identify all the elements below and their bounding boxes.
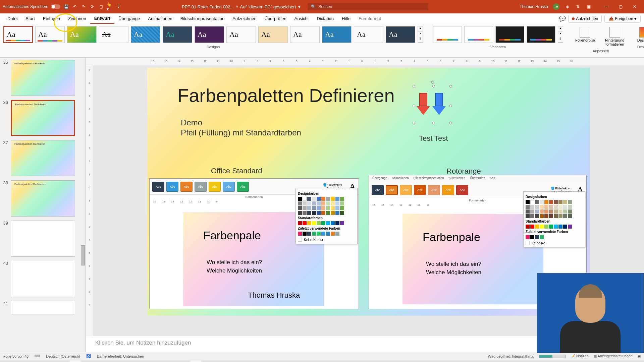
- record-button[interactable]: Aufzeichnen: [568, 15, 602, 23]
- vertical-ruler[interactable]: 9876543210123456789: [86, 65, 93, 336]
- embed-left[interactable]: Abc Abc Abc Abc Abc Abc Abc 🪣 Fülleffekt…: [149, 178, 359, 309]
- sel-handle-tr[interactable]: [449, 85, 452, 87]
- variant-3[interactable]: [495, 26, 524, 43]
- tab-praesentation[interactable]: Bildschirmpräsentation: [176, 14, 229, 23]
- tab-zeichnen[interactable]: Zeichnen: [64, 14, 90, 23]
- sel-handle-bm[interactable]: [432, 122, 435, 124]
- comments-icon[interactable]: 💬: [559, 16, 566, 22]
- slide[interactable]: Farbenpaletten Definieren Demo Pfeil (Fü…: [147, 68, 590, 316]
- tab-aufzeichnen[interactable]: Aufzeichnen: [228, 14, 261, 23]
- tab-formformat[interactable]: Formformat: [355, 14, 385, 23]
- status-notes[interactable]: 📝 Notizen: [571, 354, 589, 358]
- slide-demo-label[interactable]: Demo: [181, 118, 202, 127]
- tab-dictation[interactable]: Dictation: [313, 14, 338, 23]
- design-thumb-12[interactable]: Aa: [354, 26, 383, 43]
- user-avatar[interactable]: TH: [553, 3, 559, 10]
- tab-ansicht[interactable]: Ansicht: [290, 14, 313, 23]
- sel-handle-bl[interactable]: [413, 122, 415, 124]
- horizontal-ruler[interactable]: 1615141312111098765432101234567891011121…: [86, 58, 644, 65]
- qat-more-icon[interactable]: ⊽: [115, 4, 121, 10]
- variants-more[interactable]: ⊽: [558, 37, 563, 43]
- status-slide-info[interactable]: Folie 36 von 46: [3, 354, 29, 358]
- close-button[interactable]: ✕: [628, 2, 641, 12]
- tab-hilfe[interactable]: Hilfe: [338, 14, 355, 23]
- design-thumb-4[interactable]: Aa: [99, 26, 128, 43]
- slide-author[interactable]: Thomas Hruska: [248, 291, 300, 300]
- slide-thumb-36[interactable]: Farbenpaletten Definieren: [11, 100, 75, 136]
- search-input[interactable]: [319, 4, 425, 9]
- autosave-toggle[interactable]: [51, 4, 60, 9]
- save-icon[interactable]: 💾: [63, 4, 69, 10]
- status-language[interactable]: Deutsch (Österreich): [46, 354, 80, 358]
- sel-handle-ml[interactable]: [413, 105, 415, 107]
- rotorange-label[interactable]: Rotorange: [446, 167, 481, 176]
- designs-down[interactable]: ▾: [418, 32, 423, 37]
- design-thumb-7[interactable]: Aa: [195, 26, 224, 43]
- search-box[interactable]: 🔍: [308, 3, 428, 10]
- design-thumb-2[interactable]: Aa: [35, 26, 65, 43]
- present-icon[interactable]: ▢: [98, 4, 104, 10]
- format-background-button[interactable]: Hintergrund formatieren: [601, 26, 629, 47]
- design-thumb-11[interactable]: Aa: [322, 26, 352, 43]
- design-thumb-9[interactable]: Aa: [258, 26, 288, 43]
- tab-animationen[interactable]: Animationen: [144, 14, 176, 23]
- window-icon[interactable]: ▣: [586, 4, 592, 10]
- slide-title[interactable]: Farbenpaletten Definieren: [177, 84, 395, 106]
- status-accessibility[interactable]: Barrierefreiheit: Untersuchen: [97, 354, 144, 358]
- design-thumb-5[interactable]: Aa: [131, 26, 160, 43]
- slide-thumb-38[interactable]: Farbenpaletten Definieren: [11, 180, 75, 217]
- designs-up[interactable]: ▴: [418, 26, 423, 32]
- rotate-handle-icon[interactable]: ⟲: [430, 79, 434, 85]
- variant-2[interactable]: [464, 26, 493, 43]
- tab-datei[interactable]: Datei: [3, 14, 21, 23]
- touch-icon[interactable]: 👆▾: [107, 4, 113, 10]
- slide-subtitle[interactable]: Pfeil (Füllung) mit Standardfarben: [181, 128, 301, 137]
- design-thumb-6[interactable]: Aa: [163, 26, 192, 43]
- design-thumb-3[interactable]: Aa: [67, 26, 97, 43]
- variant-1[interactable]: [433, 26, 462, 43]
- slide-thumb-41[interactable]: [11, 301, 75, 314]
- arrow-red[interactable]: [417, 93, 430, 116]
- tab-entwurf[interactable]: Entwurf: [90, 13, 114, 24]
- sel-handle-br[interactable]: [449, 122, 452, 124]
- variant-4[interactable]: [527, 26, 555, 43]
- slide-thumb-40[interactable]: [11, 261, 75, 297]
- sel-handle-tl[interactable]: [413, 85, 415, 87]
- designs-more[interactable]: ⊽: [418, 37, 423, 43]
- thumbs-scroll-thumb[interactable]: [81, 245, 85, 265]
- sync-icon[interactable]: ⇅: [575, 4, 581, 10]
- user-name[interactable]: Thomas Hruska: [520, 4, 548, 9]
- sel-handle-mr[interactable]: [449, 105, 452, 107]
- thumbs-scrollbar[interactable]: [80, 58, 86, 352]
- status-lang-icon[interactable]: ⌨: [35, 354, 40, 358]
- tab-uebergaenge[interactable]: Übergänge: [114, 14, 144, 23]
- maximize-button[interactable]: ▢: [614, 2, 627, 12]
- tab-einfuegen[interactable]: Einfügen: [39, 14, 64, 23]
- minimize-button[interactable]: —: [600, 2, 613, 12]
- variants-up[interactable]: ▴: [558, 26, 563, 32]
- variants-down[interactable]: ▾: [558, 32, 563, 37]
- tab-start[interactable]: Start: [21, 14, 39, 23]
- design-thumb-13[interactable]: Aa: [386, 26, 415, 43]
- slide-thumb-37[interactable]: Farbenpaletten Definieren: [11, 140, 75, 176]
- designer-button[interactable]: Designer: [635, 26, 644, 43]
- undo-icon[interactable]: ↶: [72, 4, 78, 10]
- slide-size-button[interactable]: Foliengröße: [573, 26, 597, 43]
- arrows-selection[interactable]: ⟲: [414, 86, 451, 123]
- slide-thumbnails-panel[interactable]: 35 Farbenpaletten Definieren 36 Farbenpa…: [0, 58, 86, 352]
- tab-ueberpruefen[interactable]: Überprüfen: [261, 14, 290, 23]
- view-normal-icon[interactable]: ▣: [637, 354, 641, 358]
- document-title[interactable]: PPT 01 Roter Faden 002... • Auf "diesem …: [182, 4, 301, 9]
- refresh-icon[interactable]: ⟳: [89, 4, 95, 10]
- test-text[interactable]: Test Test: [419, 134, 448, 143]
- design-thumb-8[interactable]: Aa: [226, 26, 256, 43]
- redo-icon[interactable]: ↷: [80, 4, 87, 10]
- sel-handle-tm[interactable]: [432, 85, 435, 87]
- status-accessibility-icon[interactable]: ♿: [86, 354, 91, 358]
- slide-thumb-39[interactable]: [11, 221, 75, 257]
- design-thumb-1[interactable]: Aa: [3, 26, 33, 43]
- status-display[interactable]: ▦ Anzeigeeinstellungen: [593, 354, 633, 358]
- diamond-icon[interactable]: ◈: [564, 4, 570, 10]
- office-standard-label[interactable]: Office Standard: [211, 167, 262, 175]
- arrow-blue[interactable]: [432, 93, 446, 116]
